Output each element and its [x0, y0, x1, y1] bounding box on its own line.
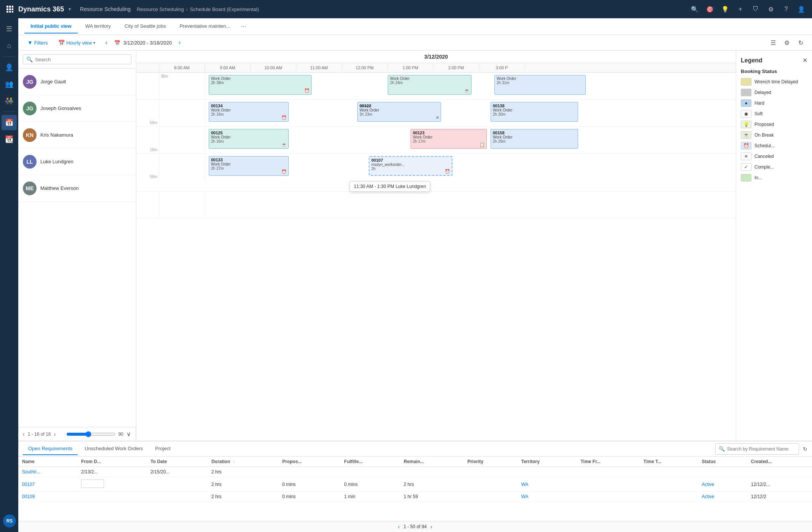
col-header-duration[interactable]: Duration ↑ [208, 457, 278, 467]
booking-block-00158[interactable]: 14m 00158 Work Order 2h 26m [491, 129, 578, 149]
main-layout: ☰ ⌂ 👤 👥 👫 📅 📆 Initial public view WA ter… [0, 18, 812, 532]
svg-rect-0 [6, 6, 8, 8]
sidebar-divider-2 [3, 111, 15, 112]
sidebar-icon-house[interactable]: ⌂ [2, 38, 17, 53]
legend-label: Wrench time Delayed [754, 79, 798, 84]
grid-row-matthew [136, 192, 736, 219]
booking-block-00107[interactable]: 00107 msdyn_workorder... 2h ⏰ [369, 156, 452, 176]
col-header-from-date[interactable]: From D... [77, 457, 147, 467]
requirements-panel: Open Requirements Unscheduled Work Order… [18, 441, 812, 532]
legend-swatch-hard: ● [741, 99, 751, 107]
requirements-search-input[interactable] [727, 446, 796, 452]
req-name-link[interactable]: Southri... [22, 469, 40, 475]
req-fulfilled: 0 mins [340, 477, 400, 492]
tab-open-requirements[interactable]: Open Requirements [23, 443, 78, 455]
date-prev-button[interactable]: ‹ [103, 38, 109, 47]
col-header-proposed: Propos... [278, 457, 340, 467]
booking-block-00133[interactable]: 00133 Work Order 2h 27m ⏰ [209, 156, 289, 176]
legend-label-onbreak: On Break [754, 132, 774, 138]
requirements-refresh-button[interactable]: ↻ [803, 446, 807, 452]
col-header-to-date: To Date [147, 457, 208, 467]
req-time-t [640, 467, 698, 477]
search-input[interactable] [35, 57, 128, 62]
app-dropdown-chevron[interactable]: ▾ [69, 6, 71, 12]
schedule-toolbar: ▼ Filters 📅 Hourly view ▾ ‹ 📅 3/12/2020 … [18, 35, 812, 51]
settings-icon[interactable]: ⚙ [782, 37, 792, 48]
filter-nav-icon[interactable]: ⛉ [750, 3, 762, 15]
add-icon[interactable]: + [734, 3, 746, 15]
search-input-wrapper[interactable]: 🔍 [23, 54, 131, 64]
resource-name: Kris Nakamura [40, 132, 73, 138]
req-remaining [400, 467, 464, 477]
sidebar-icon-group2[interactable]: 👫 [2, 93, 17, 108]
booking-subtitle: Work Order [493, 135, 576, 139]
help-icon[interactable]: ? [780, 3, 792, 15]
user-icon[interactable]: 👤 [795, 3, 807, 15]
tab-initial-public-view[interactable]: Initial public view [24, 19, 78, 33]
date-range-display: 📅 3/12/2020 - 3/18/2020 [114, 40, 172, 46]
col-header-name: Name [18, 457, 77, 467]
waffle-menu[interactable] [5, 4, 15, 14]
booking-subtitle: Work Order [497, 76, 583, 81]
expand-button[interactable]: ∨ [126, 430, 131, 438]
coffee-icon: ☕ [464, 88, 470, 93]
booking-block-00122[interactable]: 52m 00122 Work Order 2h 23m ✕ [357, 102, 441, 122]
filters-button[interactable]: ▼ Filters [24, 38, 51, 47]
tab-preventative[interactable]: Preventative mainten... [173, 19, 236, 33]
legend-close-button[interactable]: ✕ [802, 57, 807, 64]
tab-wa-territory[interactable]: WA territory [79, 19, 117, 33]
hourly-view-button[interactable]: 📅 Hourly view ▾ [55, 38, 98, 47]
sidebar-icon-person[interactable]: 👤 [2, 60, 17, 75]
booking-block-00125[interactable]: 00125 Work Order 2h 16m ☕ [209, 129, 289, 149]
resource-next-button[interactable]: › [54, 431, 56, 437]
list-item: JG Jorge Gault [18, 68, 136, 95]
req-created: 12/12/2... [747, 477, 812, 492]
req-name-link[interactable]: 00107 [22, 482, 35, 487]
clipboard-icon: 📋 [480, 142, 485, 147]
booking-block-00123[interactable]: 1h 07m 00123 Work Order 2h 17m 📋 [411, 129, 487, 149]
req-status: Active [698, 477, 747, 492]
date-next-button[interactable]: › [176, 38, 183, 47]
req-fulfilled [340, 467, 400, 477]
tab-project[interactable]: Project [150, 443, 176, 455]
booking-block[interactable]: 36m Work Order 2h 24m ☕ [388, 75, 472, 95]
legend-label: Hard [754, 100, 764, 106]
req-name-link[interactable]: 00109 [22, 494, 35, 499]
req-prev-page-button[interactable]: ‹ [398, 524, 400, 530]
req-to-date [147, 477, 208, 492]
req-status [698, 467, 747, 477]
sidebar-icon-calendar2[interactable]: 📆 [2, 132, 17, 147]
target-icon[interactable]: 🎯 [704, 3, 716, 15]
tab-city-seattle[interactable]: City of Seattle jobs [118, 19, 172, 33]
tab-unscheduled-work-orders[interactable]: Unscheduled Work Orders [79, 443, 148, 455]
tabs-more-button[interactable]: ··· [238, 23, 249, 30]
zoom-slider[interactable] [66, 431, 115, 437]
breadcrumb-item-1[interactable]: Resource Scheduling [137, 6, 184, 12]
avatar: JG [23, 102, 37, 115]
list-view-icon[interactable]: ☰ [768, 37, 778, 48]
req-next-page-button[interactable]: › [430, 524, 432, 530]
avatar: LL [23, 155, 37, 169]
booking-block-00134[interactable]: 00134 Work Order 2h 16m ⏰ [209, 102, 289, 122]
rs-user-badge[interactable]: RS [3, 514, 16, 527]
settings-nav-icon[interactable]: ⚙ [765, 3, 777, 15]
time-slot-header: 11:00 AM [296, 63, 342, 72]
req-to-date: 2/15/20... [147, 467, 208, 477]
legend-swatch-complete: ✓ [741, 163, 751, 171]
search-nav-icon[interactable]: 🔍 [689, 3, 701, 15]
sidebar-icon-home[interactable]: ☰ [2, 21, 17, 37]
lightbulb-icon[interactable]: 💡 [719, 3, 731, 15]
refresh-icon[interactable]: ↻ [795, 37, 806, 48]
booking-subtitle: Work Order [493, 108, 576, 112]
resource-prev-button[interactable]: ‹ [23, 431, 25, 437]
requirements-search-wrapper[interactable]: 🔍 [715, 443, 799, 455]
sidebar-icon-calendar[interactable]: 📅 [2, 115, 17, 130]
booking-block-00138[interactable]: 23m 00138 Work Order 2h 20m [491, 102, 578, 122]
booking-block[interactable]: 11m Work Order 2h 31m [494, 75, 586, 95]
view-label: Hourly view [66, 40, 92, 46]
time-slot-header: 9:00 AM [205, 63, 251, 72]
module-name: Resource Scheduling [80, 6, 131, 12]
legend-header: Legend ✕ [741, 57, 807, 64]
sidebar-icon-group[interactable]: 👥 [2, 76, 17, 92]
booking-block[interactable]: Work Order 2h 38m ⏰ [209, 75, 312, 95]
